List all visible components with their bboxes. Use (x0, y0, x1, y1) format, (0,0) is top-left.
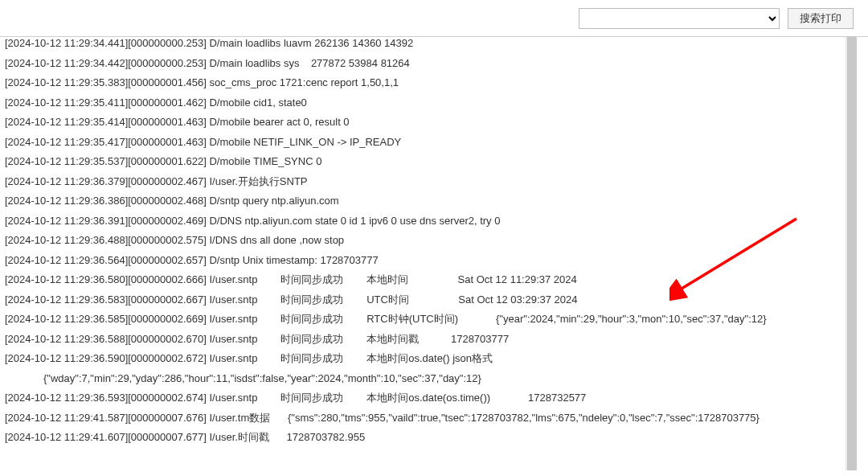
log-row: {"wday":7,"min":29,"yday":286,"hour":11,… (5, 369, 868, 389)
log-row: [2024-10-12 11:29:36.386][000000002.468]… (5, 191, 868, 211)
log-row: [2024-10-12 11:29:36.488][000000002.575]… (5, 231, 868, 251)
log-row: [2024-10-12 11:29:35.414][000000001.463]… (5, 113, 868, 133)
log-lines: [2024-10-12 11:29:34.441][000000000.253]… (5, 36, 868, 448)
search-select[interactable] (579, 8, 780, 29)
log-row: [2024-10-12 11:29:36.585][000000002.669]… (5, 310, 868, 330)
log-row: [2024-10-12 11:29:36.588][000000002.670]… (5, 330, 868, 350)
log-row: [2024-10-12 11:29:35.417][000000001.463]… (5, 133, 868, 153)
log-row: [2024-10-12 11:29:35.411][000000001.462]… (5, 93, 868, 113)
log-row: [2024-10-12 11:29:35.383][000000001.456]… (5, 73, 868, 93)
log-area: [2024-10-12 11:29:34.441][000000000.253]… (0, 36, 868, 470)
log-row: [2024-10-12 11:29:36.590][000000002.672]… (5, 349, 868, 369)
log-row: [2024-10-12 11:29:36.379][000000002.467]… (5, 172, 868, 192)
log-row: [2024-10-12 11:29:36.564][000000002.657]… (5, 251, 868, 271)
search-print-button[interactable]: 搜索打印 (788, 8, 854, 29)
scrollbar[interactable] (845, 37, 857, 470)
log-row: [2024-10-12 11:29:34.442][000000000.253]… (5, 54, 868, 74)
log-row: [2024-10-12 11:29:41.607][000000007.677]… (5, 428, 868, 448)
scrollbar-thumb[interactable] (847, 37, 857, 470)
log-row: [2024-10-12 11:29:36.583][000000002.667]… (5, 290, 868, 310)
log-row: [2024-10-12 11:29:41.587][000000007.676]… (5, 408, 868, 429)
log-row: [2024-10-12 11:29:36.391][000000002.469]… (5, 211, 868, 232)
toolbar: 搜索打印 (0, 0, 868, 36)
log-row: [2024-10-12 11:29:35.537][000000001.622]… (5, 152, 868, 172)
log-row: [2024-10-12 11:29:36.593][000000002.674]… (5, 388, 868, 408)
log-row: [2024-10-12 11:29:36.580][000000002.666]… (5, 270, 868, 290)
log-row: [2024-10-12 11:29:34.441][000000000.253]… (5, 36, 868, 54)
